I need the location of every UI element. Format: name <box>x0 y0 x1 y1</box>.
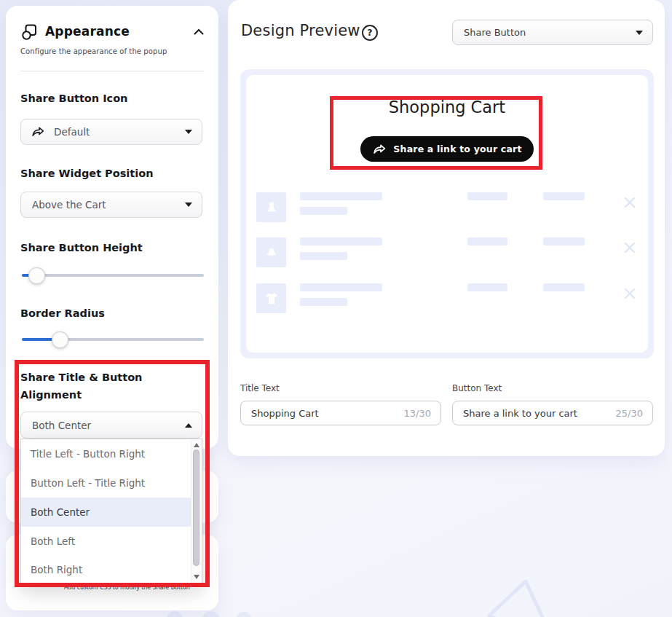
dress-icon <box>264 200 280 216</box>
scrollbar[interactable] <box>191 440 201 582</box>
alignment-select[interactable]: Both Center <box>20 412 202 439</box>
preview-mode-value: Share Button <box>464 27 526 38</box>
slider-handle[interactable] <box>52 331 68 348</box>
preview-container: Shopping Cart Share a link to your cart <box>240 69 654 358</box>
cart-item-row <box>256 237 638 268</box>
close-icon <box>623 287 636 300</box>
button-text-input[interactable] <box>453 408 616 419</box>
button-text-label: Button Text <box>452 383 502 393</box>
button-text-counter: 25/30 <box>616 408 652 419</box>
design-preview-panel: Design Preview ? Share Button Shopping C… <box>228 0 665 456</box>
caret-down-icon <box>185 130 192 134</box>
skeleton-bar <box>467 237 507 245</box>
page-background: Add custom CSS to modify the Share Butto… <box>0 0 672 617</box>
alignment-options-list: Title Left - Button Right Button Left - … <box>20 439 202 583</box>
item-thumb <box>256 283 286 313</box>
option-both-center[interactable]: Both Center <box>21 498 192 527</box>
triangle-decoration <box>448 572 564 617</box>
border-radius-slider[interactable] <box>22 338 204 341</box>
preview-share-button: Share a link to your cart <box>360 136 534 162</box>
tshirt-icon <box>264 291 280 307</box>
skeleton-bar <box>300 207 347 215</box>
preview-mode-select[interactable]: Share Button <box>452 20 653 45</box>
skeleton-bar <box>467 192 507 200</box>
alignment-value: Both Center <box>32 420 91 431</box>
chevron-up-icon[interactable] <box>194 28 204 35</box>
share-icon <box>372 142 387 157</box>
share-button-icon-value: Default <box>54 126 90 138</box>
skeleton-bar <box>300 237 382 245</box>
item-thumb <box>256 192 286 222</box>
preview-share-button-label: Share a link to your cart <box>393 144 521 154</box>
skeleton-bar <box>543 192 585 200</box>
skeleton-bar <box>300 283 382 291</box>
title-text-input[interactable] <box>241 408 404 419</box>
shapes-icon <box>20 23 38 41</box>
close-icon <box>623 196 636 209</box>
hat-icon <box>264 245 280 261</box>
widget-position-label: Share Widget Position <box>20 165 201 182</box>
preview-card: Shopping Cart Share a link to your cart <box>246 75 648 353</box>
title-text-label: Title Text <box>240 383 280 393</box>
skeleton-bar <box>300 192 382 200</box>
scroll-up-icon[interactable] <box>194 443 199 447</box>
item-thumb <box>256 237 286 267</box>
title-text-counter: 13/30 <box>404 408 440 419</box>
scrollbar-thumb[interactable] <box>193 449 199 566</box>
preview-cart-title: Shopping Cart <box>246 98 648 117</box>
widget-position-select[interactable]: Above the Cart <box>20 192 202 218</box>
caret-down-icon <box>185 203 192 207</box>
cart-item-row <box>256 192 638 223</box>
alignment-label: Share Title & Button Alignment <box>20 369 201 404</box>
cart-item-row <box>256 283 638 314</box>
skeleton-bar <box>467 283 507 291</box>
share-button-icon-select[interactable]: Default <box>20 119 202 145</box>
panel-title: Appearance <box>45 24 130 39</box>
option-both-right[interactable]: Both Right <box>21 556 192 584</box>
share-icon <box>31 125 45 139</box>
title-text-field: 13/30 <box>240 401 441 425</box>
scroll-down-icon[interactable] <box>194 575 199 579</box>
option-button-left-title-right[interactable]: Button Left - Title Right <box>21 468 192 498</box>
option-both-left[interactable]: Both Left <box>21 527 192 556</box>
caret-up-icon <box>185 423 192 428</box>
design-preview-title: Design Preview <box>241 22 360 39</box>
slider-handle[interactable] <box>28 267 45 284</box>
caret-down-icon <box>636 31 643 35</box>
skeleton-bar <box>543 237 585 245</box>
skeleton-bar <box>543 283 585 291</box>
option-title-left-button-right[interactable]: Title Left - Button Right <box>21 439 192 468</box>
skeleton-bar <box>300 252 347 260</box>
button-height-slider[interactable] <box>22 274 204 277</box>
help-icon[interactable]: ? <box>362 25 378 41</box>
border-radius-label: Border Radius <box>20 304 201 322</box>
divider <box>20 71 204 71</box>
share-button-icon-label: Share Button Icon <box>20 90 201 107</box>
button-text-field: 25/30 <box>452 401 653 425</box>
custom-css-hint: Add custom CSS to modify the Share Butto… <box>64 584 190 591</box>
skeleton-bar <box>300 298 347 306</box>
widget-position-value: Above the Cart <box>32 199 106 211</box>
panel-subtitle: Configure the appearance of the popup <box>20 47 167 55</box>
button-height-label: Share Button Height <box>20 239 201 256</box>
appearance-panel: Appearance Configure the appearance of t… <box>6 6 218 449</box>
close-icon <box>623 241 636 254</box>
